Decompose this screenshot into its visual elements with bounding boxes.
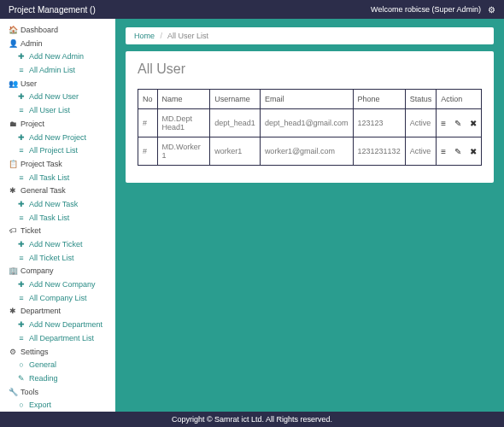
breadcrumb-current: All User List [167,32,208,40]
table-row: #MD.Dept Head1dept_head1dept_head1@gmail… [138,109,482,137]
gear-icon[interactable]: ⚙ [488,5,495,15]
list-icon: ≡ [17,106,26,116]
list-icon: ≡ [17,294,26,304]
sidebar-item-export[interactable]: ○Export [17,399,115,412]
list-icon[interactable]: ≡ [441,147,446,156]
sidebar-item-settings[interactable]: ⚙Settings [9,346,115,360]
building-icon: 🏢 [9,266,17,277]
col-phone: Phone [353,90,405,109]
user-icon: 👤 [9,39,17,50]
sidebar-item-add-new-task[interactable]: ✚Add New Task [17,198,115,212]
sidebar-item-label: Reading [29,374,58,384]
cell-username: dept_head1 [210,109,261,137]
sidebar-item-company[interactable]: 🏢Company [9,265,115,278]
breadcrumb: Home / All User List [126,27,494,44]
cell-action: ≡✎✖ [437,109,482,137]
sidebar-item-label: Dashboard [21,26,58,36]
plus-icon: ✚ [17,133,26,143]
user-table: NoNameUsernameEmailPhoneStatusAction #MD… [138,89,482,166]
sidebar-item-add-new-project[interactable]: ✚Add New Project [17,132,115,145]
sidebar-item-label: Export [29,401,51,411]
col-name: Name [157,90,210,109]
users-icon: 👥 [9,79,17,90]
sidebar-item-admin[interactable]: 👤Admin [9,38,115,51]
sidebar-item-department[interactable]: ✱Department [9,305,115,319]
col-username: Username [210,90,261,109]
share-icon: ✱ [9,307,17,317]
tag-icon: 🏷 [9,226,17,237]
sidebar-item-general-task[interactable]: ✱General Task [9,184,115,198]
circle-icon: ○ [17,360,26,371]
sidebar: 🏠Dashboard👤Admin✚Add New Admin≡All Admin… [0,19,115,412]
sidebar-item-project-task[interactable]: 📋Project Task [9,158,115,172]
sidebar-item-user[interactable]: 👥User [9,78,115,91]
edit-icon[interactable]: ✎ [454,147,461,156]
sidebar-item-project[interactable]: 🖿Project [9,118,115,132]
list-icon: ≡ [17,214,26,224]
sidebar-item-label: Add New User [29,92,79,102]
breadcrumb-home[interactable]: Home [134,32,155,40]
sidebar-item-label: Add New Admin [29,52,84,62]
sidebar-item-label: Ticket [21,226,41,237]
breadcrumb-sep: / [161,32,163,40]
content-panel: All User NoNameUsernameEmailPhoneStatusA… [126,51,494,183]
sidebar-item-all-user-list[interactable]: ≡All User List [17,104,115,118]
list-icon: ≡ [17,254,26,264]
sidebar-item-dashboard[interactable]: 🏠Dashboard [9,24,115,38]
sidebar-item-add-new-ticket[interactable]: ✚Add New Ticket [17,238,115,252]
col-status: Status [405,90,437,109]
plus-icon: ✚ [17,92,26,102]
sidebar-item-label: All Project List [29,146,78,156]
sidebar-item-add-new-user[interactable]: ✚Add New User [17,91,115,104]
sidebar-item-all-department-list[interactable]: ≡All Department List [17,332,115,346]
wrench-icon: 🔧 [9,388,17,398]
plus-icon: ✚ [17,280,26,290]
sidebar-item-general[interactable]: ○General [17,359,115,372]
sidebar-item-all-company-list[interactable]: ≡All Company List [17,292,115,306]
sidebar-item-label: Department [21,307,61,317]
sidebar-item-add-new-admin[interactable]: ✚Add New Admin [17,50,115,64]
circle-icon: ○ [17,401,26,411]
footer: Copyright © Samrat ict Ltd. All Rights r… [0,412,504,427]
sidebar-item-label: Add New Department [29,320,103,330]
sidebar-item-label: All Company List [29,294,87,304]
cell-no: # [138,109,158,137]
app-title: Project Management () [9,5,96,15]
sidebar-item-tools[interactable]: 🔧Tools [9,386,115,400]
plus-icon: ✚ [17,320,26,330]
sidebar-item-all-admin-list[interactable]: ≡All Admin List [17,64,115,78]
list-icon: ≡ [17,334,26,344]
sidebar-item-label: General [29,360,56,371]
cell-action: ≡✎✖ [437,137,482,166]
sidebar-item-all-task-list[interactable]: ≡All Task List [17,172,115,185]
delete-icon[interactable]: ✖ [470,119,477,128]
sidebar-item-all-task-list[interactable]: ≡All Task List [17,212,115,225]
sidebar-item-label: All Department List [29,334,94,344]
cell-phone: 123123 [353,109,405,137]
gear-icon: ⚙ [9,348,17,358]
delete-icon[interactable]: ✖ [470,147,477,156]
sidebar-item-all-project-list[interactable]: ≡All Project List [17,144,115,158]
list-icon[interactable]: ≡ [441,119,446,128]
list-icon: ≡ [17,173,26,184]
sidebar-item-label: Add New Company [29,280,96,290]
sidebar-item-label: Admin [21,39,43,50]
sidebar-item-add-new-department[interactable]: ✚Add New Department [17,319,115,332]
edit-icon[interactable]: ✎ [454,119,461,128]
list-icon: ≡ [17,66,26,76]
sidebar-item-all-ticket-list[interactable]: ≡All Ticket List [17,252,115,266]
sidebar-item-reading[interactable]: ✎Reading [17,372,115,386]
col-action: Action [437,90,482,109]
cell-status: Active [405,137,437,166]
main-content: Home / All User List All User NoNameUser… [115,19,504,412]
cell-phone: 1231231132 [353,137,405,166]
topbar: Project Management () Welcome robicse (S… [0,0,504,19]
sidebar-item-add-new-company[interactable]: ✚Add New Company [17,278,115,292]
sidebar-item-label: All Task List [29,173,69,184]
sidebar-item-ticket[interactable]: 🏷Ticket [9,225,115,238]
cell-status: Active [405,109,437,137]
cell-name: MD.Dept Head1 [157,109,210,137]
sidebar-item-label: Tools [21,388,38,398]
plus-icon: ✚ [17,52,26,62]
footer-text: Copyright © Samrat ict Ltd. All Rights r… [172,415,332,424]
